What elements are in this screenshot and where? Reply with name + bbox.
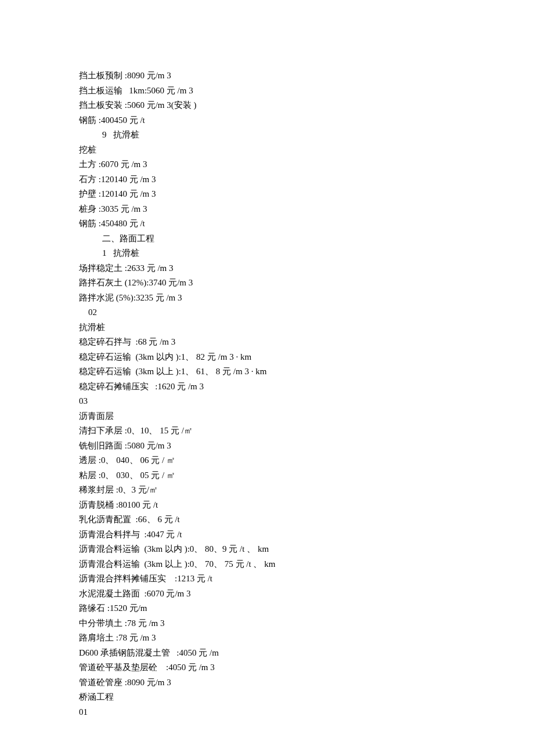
text-line: 二、路面工程 xyxy=(79,231,456,247)
text-line: 乳化沥青配置 :66、 6 元 /t xyxy=(79,512,456,527)
text-line: 水泥混凝土路面 :6070 元/m 3 xyxy=(79,587,456,602)
text-line: 透层 :0、 040、 06 元 / ㎡ xyxy=(79,453,456,468)
text-line: 稳定碎石运输 (3km 以上 ):1、 61、 8 元 /m 3 · km xyxy=(79,364,456,379)
text-line: 粘层 :0、 030、 05 元 / ㎡ xyxy=(79,468,456,483)
text-line: 场拌稳定土 :2633 元 /m 3 xyxy=(79,261,456,276)
text-line: 路肩培土 :78 元 /m 3 xyxy=(79,631,456,646)
text-line: 路拌水泥 (5%):3235 元 /m 3 xyxy=(79,291,456,306)
text-line: 中分带填土 :78 元 /m 3 xyxy=(79,616,456,631)
text-line: 挖桩 xyxy=(79,143,456,158)
text-line: 管道砼管座 :8090 元/m 3 xyxy=(79,675,456,690)
text-line: 沥青混合料运输 (3km 以内 ):0、 80、9 元 /t 、 km xyxy=(79,542,456,557)
text-line: 挡土板安装 :5060 元/m 3(安装 ) xyxy=(79,98,456,113)
text-line: 稳定碎石摊铺压实 :1620 元 /m 3 xyxy=(79,379,456,395)
text-line: 挡土板运输 1km:5060 元 /m 3 xyxy=(79,84,456,99)
text-line: 管道砼平基及垫层砼 :4050 元 /m 3 xyxy=(79,660,456,675)
text-line: 桥涵工程 xyxy=(79,690,456,705)
text-line: 稀浆封层 :0、3 元/㎡ xyxy=(79,483,456,498)
text-line: 土方 :6070 元 /m 3 xyxy=(79,157,456,172)
text-line: 03 xyxy=(79,394,456,409)
text-line: 沥青混合料拌与 :4047 元 /t xyxy=(79,527,456,542)
document-page: 挡土板预制 :8090 元/m 3挡土板运输 1km:5060 元 /m 3挡土… xyxy=(0,0,456,719)
text-line: 抗滑桩 xyxy=(79,320,456,335)
text-line: 01 xyxy=(79,705,456,720)
text-line: 稳定碎石拌与 :68 元 /m 3 xyxy=(79,335,456,350)
text-line: 清扫下承层 :0、10、 15 元 /㎡ xyxy=(79,424,456,439)
text-line: 1 抗滑桩 xyxy=(79,246,456,261)
text-line: 路拌石灰土 (12%):3740 元/m 3 xyxy=(79,276,456,291)
text-line: 桩身 :3035 元 /m 3 xyxy=(79,202,456,217)
text-line: 钢筋 :450480 元 /t xyxy=(79,216,456,231)
text-line: 沥青混合料运输 (3km 以上 ):0、 70、 75 元 /t 、 km xyxy=(79,557,456,572)
text-line: 沥青脱桶 :80100 元 /t xyxy=(79,498,456,513)
text-line: 护壁 :120140 元 /m 3 xyxy=(79,187,456,202)
text-line: 沥青混合拌料摊铺压实 :1213 元 /t xyxy=(79,571,456,587)
text-line: 挡土板预制 :8090 元/m 3 xyxy=(79,68,456,84)
text-line: 沥青面层 xyxy=(79,409,456,424)
text-line: 铣刨旧路面 :5080 元/m 3 xyxy=(79,439,456,454)
text-line: 稳定碎石运输 (3km 以内 ):1、 82 元 /m 3 · km xyxy=(79,350,456,365)
text-line: 路缘石 :1520 元/m xyxy=(79,601,456,616)
text-line: 9 抗滑桩 xyxy=(79,128,456,143)
text-line: 钢筋 :400450 元 /t xyxy=(79,113,456,128)
text-line: D600 承插钢筋混凝土管 :4050 元 /m xyxy=(79,646,456,661)
text-line: 02 xyxy=(79,305,456,320)
text-line: 石方 :120140 元 /m 3 xyxy=(79,172,456,187)
